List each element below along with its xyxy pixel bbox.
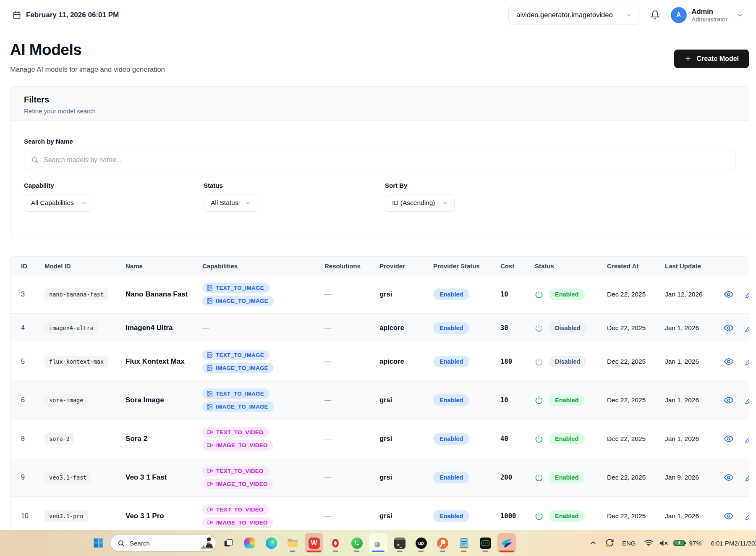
tray-clock[interactable]: 6:01 PM 2/11/2026 [711, 539, 756, 547]
taskbar-app-opera[interactable] [326, 533, 345, 553]
ai-models-page: AI Models Manage AI models for image and… [0, 30, 756, 530]
tray-volume-muted-icon[interactable] [659, 539, 668, 547]
edit-model-button[interactable] [745, 512, 749, 520]
table-row: 10 veo3.1-pro Veo 3 1 Pro TEXT_TO_VIDEOI… [10, 497, 749, 530]
view-model-button[interactable] [724, 357, 733, 366]
power-toggle-icon[interactable] [535, 290, 543, 299]
taskbar-app-file-explorer[interactable] [283, 533, 302, 553]
app-indicator [372, 551, 385, 552]
provider-status-badge: Enabled [433, 472, 469, 483]
battery-percent: 97% [689, 540, 701, 547]
taskbar-app-aivideo-app[interactable] [497, 533, 516, 553]
view-model-button[interactable] [724, 396, 733, 405]
cell-cost: 40 [500, 420, 508, 458]
status-select[interactable]: All Status [204, 194, 257, 212]
view-model-button[interactable] [724, 473, 733, 482]
taskbar-search[interactable]: Search [110, 535, 216, 551]
cell-last-update: Jan 1, 2026 [665, 497, 699, 530]
table-row: 8 sora-2 Sora 2 TEXT_TO_VIDEOIMAGE_TO_VI… [10, 420, 749, 458]
cell-name: Sora Image [126, 381, 164, 419]
tray-sync-icon[interactable] [604, 538, 614, 548]
cell-cost: 10 [500, 381, 508, 419]
status-badge: Disabled [549, 322, 586, 334]
status-badge: Enabled [549, 433, 585, 445]
column-header-model-id: Model ID [44, 257, 71, 275]
sort-by-select[interactable]: ID (Ascending) [385, 194, 455, 212]
cell-model-id: imagen4-ultra [44, 322, 98, 334]
table-row: 4 imagen4-ultra Imagen4 Ultra — — apicor… [10, 314, 749, 342]
taskbar-app-notepad[interactable] [455, 533, 473, 553]
view-model-button[interactable] [724, 323, 733, 333]
start-button[interactable] [89, 533, 107, 553]
power-toggle-icon[interactable] [535, 473, 543, 482]
filters-header: Filters Refine your model search [10, 87, 749, 121]
app-selector-dropdown[interactable]: aivideo.generator.imagetovideo [508, 6, 639, 24]
cell-resolutions: — [324, 474, 331, 481]
cell-name: Nano Banana Fast [126, 275, 188, 313]
tray-language[interactable]: ENG [622, 540, 636, 547]
taskbar-app-copilot[interactable] [241, 533, 259, 553]
status-badge: Enabled [549, 288, 585, 300]
power-toggle-icon[interactable] [535, 396, 543, 404]
taskbar-app-dev-console[interactable] [476, 533, 494, 553]
power-toggle-icon[interactable] [535, 324, 543, 332]
tray-wifi-icon[interactable] [644, 539, 654, 547]
edit-model-button[interactable] [745, 435, 749, 443]
table-row: 9 veo3.1-fast Veo 3 1 Fast TEXT_TO_VIDEO… [10, 458, 749, 497]
cell-model-id: flux-kontext-max [44, 356, 108, 367]
cell-provider: grsi [379, 420, 392, 458]
postman-icon [437, 538, 448, 549]
taskbar-app-wps-office[interactable]: W [305, 533, 323, 553]
taskbar-app-edge[interactable] [262, 533, 280, 553]
datetime-text: February 11, 2026 06:01 PM [26, 11, 119, 19]
taskbar-app-postman[interactable] [433, 533, 452, 553]
user-menu[interactable]: A Admin Administrator [671, 7, 743, 23]
cell-resolutions: — [324, 324, 331, 332]
taskbar-app-upwork[interactable]: up [412, 533, 430, 553]
table-row: 3 nano-banana-fast Nano Banana Fast TEXT… [10, 275, 749, 314]
windows-taskbar: Search W>_up ENG 97% 6:01 PM 2/11/2026 [0, 530, 756, 556]
cell-resolutions: — [324, 291, 331, 298]
edit-model-button[interactable] [745, 324, 749, 332]
capability-select[interactable]: All Capabilities [24, 194, 93, 212]
view-model-button[interactable] [724, 434, 733, 443]
view-model-button[interactable] [724, 511, 733, 521]
cell-created-at: Dec 22, 2025 [607, 497, 646, 530]
power-toggle-icon[interactable] [535, 357, 543, 366]
cell-provider: apicore [379, 314, 404, 342]
taskbar-app-chrome[interactable] [369, 533, 387, 553]
taskbar-app-terminal[interactable]: >_ [390, 533, 409, 553]
power-toggle-icon[interactable] [535, 512, 543, 520]
edit-model-button[interactable] [745, 290, 749, 299]
cell-provider: grsi [379, 497, 392, 530]
provider-status-badge: Enabled [433, 322, 469, 334]
task-view-icon [223, 538, 234, 548]
cell-model-id: nano-banana-fast [44, 288, 108, 300]
table-row: 5 flux-kontext-max Flux Kontext Max TEXT… [10, 342, 749, 381]
filters-title: Filters [24, 94, 735, 105]
create-model-button[interactable]: Create Model [674, 50, 749, 68]
notifications-bell-icon[interactable] [650, 10, 660, 20]
taskbar-search-label: Search [130, 540, 194, 547]
tray-battery[interactable]: 97% [673, 540, 701, 547]
edit-model-button[interactable] [745, 396, 749, 404]
avatar: A [671, 7, 687, 23]
search-input[interactable] [44, 156, 728, 164]
edit-model-button[interactable] [745, 473, 749, 482]
edit-model-button[interactable] [745, 357, 749, 366]
view-model-button[interactable] [724, 290, 733, 299]
status-label: Status [204, 182, 385, 189]
app-indicator [461, 551, 467, 552]
cell-id: 10 [21, 497, 29, 530]
capability-badge: IMAGE_TO_IMAGE [202, 296, 274, 306]
table-header-row: IDModel IDNameCapabilitiesResolutionsPro… [10, 257, 749, 275]
cell-created-at: Dec 22, 2025 [607, 342, 646, 380]
search-box [24, 150, 735, 170]
taskbar-app-whatsapp[interactable] [348, 533, 366, 553]
cell-id: 3 [21, 275, 25, 313]
tray-chevron-up-icon[interactable] [589, 539, 597, 547]
column-header-status: Status [535, 257, 554, 275]
cell-model-id: veo3.1-pro [44, 510, 88, 522]
taskbar-app-task-view[interactable] [219, 533, 238, 553]
power-toggle-icon[interactable] [535, 435, 543, 443]
